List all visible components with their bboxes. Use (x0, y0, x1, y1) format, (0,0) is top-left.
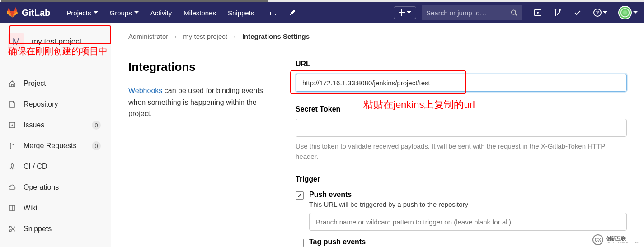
sidebar-item-operations[interactable]: Operations (0, 177, 111, 198)
book-icon (8, 204, 16, 212)
breadcrumb-link[interactable]: my test project (183, 33, 227, 40)
main-content: Administrator › my test project › Integr… (111, 23, 644, 247)
breadcrumb-current: Integrations Settings (242, 33, 310, 40)
trigger-push-events: Push events This URL will be triggered b… (296, 191, 627, 231)
branch-filter-input[interactable] (309, 213, 627, 231)
sidebar-item-cicd[interactable]: CI / CD (0, 156, 111, 177)
nav-milestones[interactable]: Milestones (178, 5, 221, 20)
push-events-checkbox[interactable] (296, 191, 304, 200)
plus-icon (399, 9, 405, 16)
merge-nav-icon[interactable] (554, 9, 562, 17)
sidebar-item-wiki[interactable]: Wiki (0, 198, 111, 219)
sidebar-item-issues[interactable]: Issues 0 (0, 115, 111, 135)
avatar[interactable] (618, 6, 632, 19)
issues-nav-icon[interactable] (534, 9, 542, 17)
sidebar-item-merge-requests[interactable]: Merge Requests 0 (0, 135, 111, 156)
sidebar-item-label: Wiki (24, 204, 37, 212)
chevron-down-icon (603, 10, 607, 15)
sidebar-item-label: Merge Requests (24, 142, 76, 150)
scissors-icon (8, 225, 16, 233)
secret-helper: Use this token to validate received payl… (296, 141, 627, 162)
sidebar-item-snippets[interactable]: Snippets (0, 219, 111, 239)
watermark-icon: CX (592, 234, 603, 245)
svg-point-7 (9, 226, 11, 228)
svg-point-0 (512, 10, 516, 14)
sidebar-item-label: Snippets (24, 225, 52, 233)
nav-groups[interactable]: Groups (104, 5, 144, 20)
annotation-text: 粘贴在jenkins上复制的url (363, 98, 475, 112)
sidebar-item-repository[interactable]: Repository (0, 94, 111, 115)
search-input[interactable] (426, 9, 511, 17)
mr-count: 0 (92, 141, 101, 150)
sidebar-item-label: CI / CD (24, 163, 47, 171)
trigger-title: Tag push events (309, 238, 627, 246)
gitlab-icon (6, 7, 18, 18)
trigger-title: Push events (309, 191, 627, 199)
help-menu[interactable]: ? (593, 9, 607, 17)
svg-text:?: ? (596, 10, 599, 15)
trigger-tag-push-events: Tag push events This URL will be trigger… (296, 238, 627, 247)
chevron-down-icon (94, 10, 98, 15)
svg-point-8 (9, 230, 11, 232)
chevron-right-icon: › (174, 33, 177, 40)
sidebar-item-label: Repository (24, 100, 58, 108)
issues-count: 0 (92, 121, 101, 130)
url-input[interactable] (296, 74, 627, 92)
merge-icon (8, 142, 16, 150)
sidebar-item-label: Operations (24, 183, 59, 191)
sidebar-item-label: Project (24, 79, 46, 88)
breadcrumb-link[interactable]: Administrator (128, 33, 168, 40)
wrench-icon[interactable] (288, 9, 296, 17)
nav-activity[interactable]: Activity (145, 5, 178, 20)
breadcrumb: Administrator › my test project › Integr… (128, 33, 627, 40)
svg-point-6 (12, 125, 13, 126)
sidebar: M my test project 确保在刚刚创建的项目中 Project Re… (0, 23, 111, 247)
chevron-down-icon (633, 10, 638, 15)
issues-icon (8, 121, 16, 129)
cloud-icon (8, 183, 16, 191)
search-box[interactable] (422, 5, 522, 20)
sidebar-item-project[interactable]: Project (0, 73, 111, 94)
file-icon (8, 100, 16, 108)
todo-nav-icon[interactable] (573, 9, 582, 17)
gitlab-logo[interactable]: GitLab (6, 7, 50, 18)
chevron-down-icon (407, 10, 411, 15)
chevron-right-icon: › (234, 33, 236, 40)
nav-links: Projects Groups Activity Milestones Snip… (61, 5, 259, 20)
trigger-label: Trigger (296, 175, 627, 183)
rocket-icon (8, 163, 16, 171)
annotation-text: 确保在刚刚创建的项目中 (8, 45, 108, 57)
nav-snippets[interactable]: Snippets (222, 5, 259, 20)
chart-icon[interactable] (269, 9, 277, 17)
trigger-desc: This URL will be triggered by a push to … (309, 200, 627, 208)
home-icon (8, 79, 16, 88)
webhooks-link[interactable]: Webhooks (128, 87, 162, 94)
integrations-description: Webhooks can be used for binding events … (128, 85, 282, 120)
page-title: Integrations (128, 60, 282, 74)
annotation-box (9, 25, 111, 44)
plus-button[interactable] (394, 6, 416, 19)
svg-point-2 (537, 12, 539, 14)
nav-projects[interactable]: Projects (61, 5, 103, 20)
sidebar-item-label: Issues (24, 121, 44, 129)
top-navbar: GitLab Projects Groups Activity Mileston… (0, 2, 644, 23)
search-icon (511, 9, 517, 16)
chevron-down-icon (134, 10, 139, 15)
secret-token-input[interactable] (296, 119, 627, 137)
help-icon: ? (593, 9, 602, 17)
watermark: CX 创新互联 CHUANG XIN HU LIAN (590, 233, 641, 246)
tag-push-events-checkbox[interactable] (296, 239, 304, 247)
gitlab-text: GitLab (22, 8, 50, 18)
url-label: URL (296, 60, 627, 68)
